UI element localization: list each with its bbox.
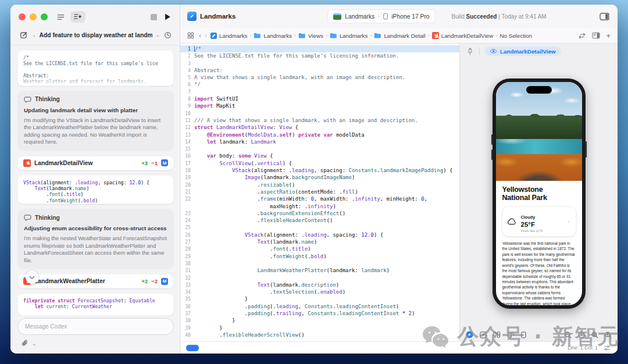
compose-chevron-icon[interactable]: ⌄ xyxy=(32,32,37,38)
attach-paperclip-icon[interactable] xyxy=(20,338,30,349)
code-line[interactable]: 10 xyxy=(180,110,459,117)
line-number[interactable]: 32 xyxy=(180,274,194,281)
breadcrumb-item-7[interactable]: No Selection xyxy=(499,33,532,39)
line-number[interactable]: 6 xyxy=(180,81,194,88)
thinking-card-1[interactable]: Thinking Updating landmark detail view w… xyxy=(17,91,174,151)
line-number[interactable]: 7 xyxy=(180,88,194,95)
code-line[interactable]: 35 } xyxy=(180,295,459,302)
code-line[interactable]: 5A view that shows a single landmark, wi… xyxy=(180,74,459,81)
code-line[interactable]: 27 Text(landmark.name) xyxy=(180,238,459,245)
code-line[interactable]: fileprivate struct ForecastSnapshot: Equ… xyxy=(23,298,168,304)
code-line[interactable]: 40 .flexibleHeaderScrollView() xyxy=(180,331,459,338)
swap-editor-icon[interactable] xyxy=(577,31,587,40)
line-number[interactable]: 35 xyxy=(180,295,194,302)
code-line[interactable]: 11/// A view that shows a single landmar… xyxy=(180,117,459,124)
history-clock-icon[interactable] xyxy=(163,30,173,40)
line-number[interactable]: 36 xyxy=(180,303,194,310)
session-title[interactable]: Add feature to display weather at landma… xyxy=(40,32,153,38)
line-number[interactable]: 20 xyxy=(180,181,194,188)
line-number[interactable]: 14 xyxy=(180,138,194,145)
line-number[interactable]: 39 xyxy=(180,324,194,331)
code-line[interactable]: 3 xyxy=(180,60,459,67)
attach-chevron-icon[interactable]: ⌄ xyxy=(32,341,37,347)
code-line[interactable]: 8import SwiftUI xyxy=(180,95,459,102)
build-status[interactable]: Build Succeeded | Today at 9:41 AM xyxy=(441,13,593,20)
breadcrumb-item-2[interactable]: Landmarks xyxy=(254,33,291,39)
session-chevron-icon[interactable]: ⌄ xyxy=(155,32,160,38)
breadcrumb-item-4[interactable]: Landmarks xyxy=(330,33,367,39)
line-number[interactable]: 25 xyxy=(180,224,194,231)
line-number[interactable]: 8 xyxy=(180,95,194,102)
zoom-to-fit-icon[interactable] xyxy=(590,330,600,340)
code-line[interactable]: 2See the LICENSE.txt file for this sampl… xyxy=(180,52,459,59)
code-line[interactable]: 34 .textSelection(.enabled) xyxy=(180,288,459,295)
file-change-card-landmarkdetailview[interactable]: LandmarkDetailView +3 −1 M xyxy=(17,156,174,170)
line-number[interactable]: 38 xyxy=(180,317,194,324)
code-line[interactable]: VStack(alignment: .leading, spacing: 12.… xyxy=(23,180,168,185)
device-variants-icon[interactable] xyxy=(492,330,502,339)
minimize-window-button[interactable] xyxy=(30,13,37,20)
line-number[interactable]: 37 xyxy=(180,310,194,317)
message-input[interactable] xyxy=(17,318,174,335)
line-number[interactable]: 11 xyxy=(180,117,194,124)
session-list-icon[interactable] xyxy=(55,12,66,23)
file-change-card-landmarkweatherplatter[interactable]: LandmarkWeatherPlatter +2 −2 M xyxy=(17,274,174,288)
code-line[interactable]: 31 LandmarkWeatherPlatter(landmark: land… xyxy=(180,267,459,274)
line-number[interactable]: 15 xyxy=(180,145,194,152)
scroll-to-bottom-button[interactable] xyxy=(26,271,38,284)
line-number[interactable]: 19 xyxy=(180,174,194,181)
code-line[interactable]: See the LICENSE.txt file for this sample… xyxy=(23,60,168,66)
add-editor-icon[interactable]: + xyxy=(605,30,612,41)
editor-options-icon[interactable] xyxy=(591,31,601,40)
orientation-rotate-icon[interactable] xyxy=(506,330,516,339)
code-line[interactable]: 39 } xyxy=(180,324,459,331)
run-play-icon[interactable] xyxy=(162,12,173,22)
line-number[interactable]: 5 xyxy=(180,74,194,81)
line-number[interactable]: 22 xyxy=(180,195,194,202)
code-line[interactable]: 29 .fontWeight(.bold) xyxy=(180,253,459,260)
code-line[interactable]: 38 } xyxy=(180,317,459,324)
compose-icon[interactable] xyxy=(19,30,29,40)
code-line[interactable]: 19 Image(landmark.backgroundImageName) xyxy=(180,174,459,181)
live-preview-play-icon[interactable] xyxy=(465,330,474,340)
line-number[interactable] xyxy=(180,203,194,210)
code-line[interactable] xyxy=(23,67,168,73)
line-number[interactable]: 13 xyxy=(180,131,194,138)
thinking-card-2[interactable]: Thinking Adjusting enum accessibility fo… xyxy=(17,209,174,269)
code-line[interactable] xyxy=(23,310,168,316)
code-line[interactable]: 23 .backgroundExtensionEffect() xyxy=(180,210,459,217)
line-number[interactable]: 16 xyxy=(180,152,194,159)
code-line[interactable]: 36 .padding(.leading, Constants.leadingC… xyxy=(180,303,459,310)
code-line[interactable]: 20 .resizable() xyxy=(180,181,459,188)
code-line[interactable]: 4Abstract: xyxy=(180,67,459,74)
pin-icon[interactable] xyxy=(466,47,474,56)
inspector-panel-toggle-icon[interactable] xyxy=(598,12,611,22)
code-line[interactable]: 33 Text(landmark.description) xyxy=(180,281,459,288)
code-line[interactable]: .font(.title) xyxy=(23,191,168,197)
preview-view-chip[interactable]: LandmarkDetailView xyxy=(484,47,561,56)
code-line[interactable]: 24 .flexibleHeaderContent() xyxy=(180,217,459,224)
code-line[interactable]: 16 var body: some View { xyxy=(180,152,459,159)
code-line[interactable]: maxHeight: .infinity) xyxy=(180,203,459,210)
line-number[interactable]: 10 xyxy=(180,110,194,117)
zoom-in-icon[interactable] xyxy=(604,330,613,340)
code-line[interactable]: 14 let landmark: Landmark xyxy=(180,138,459,145)
line-number[interactable]: 21 xyxy=(180,188,194,195)
line-number[interactable]: 1 xyxy=(180,45,194,52)
line-number[interactable]: 24 xyxy=(180,217,194,224)
ai-sparkle-tab-icon[interactable] xyxy=(70,11,85,23)
license-code-snippet[interactable]: /*See the LICENSE.txt file for this samp… xyxy=(17,50,174,86)
preview-screen[interactable]: Yellowstone National Park Cloudy 25°F Fe… xyxy=(496,82,582,305)
enum-code-snippet[interactable]: fileprivate struct ForecastSnapshot: Equ… xyxy=(17,293,174,316)
adjust-sliders-icon[interactable] xyxy=(602,344,612,352)
selectable-mode-icon[interactable] xyxy=(479,330,488,340)
code-line[interactable]: /* xyxy=(23,55,168,60)
code-line[interactable]: 18 VStack(alignment: .leading, spacing: … xyxy=(180,167,459,174)
changes-indicator[interactable] xyxy=(186,345,199,351)
line-number[interactable]: 9 xyxy=(180,102,194,109)
device-settings-icon[interactable] xyxy=(520,330,527,340)
line-number[interactable]: 29 xyxy=(180,253,194,260)
code-line[interactable]: 12struct LandmarkDetailView: View { xyxy=(180,124,459,131)
forward-icon[interactable]: › xyxy=(205,32,207,39)
code-line[interactable]: 6*/ xyxy=(180,81,459,88)
